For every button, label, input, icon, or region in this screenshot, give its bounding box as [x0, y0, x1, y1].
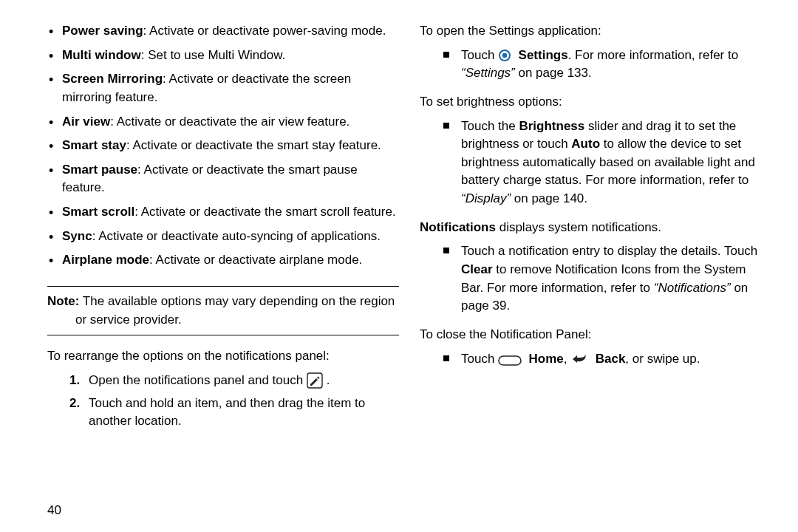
desc: : Activate or deactivate the air view fe… — [110, 115, 349, 129]
term: Multi window — [62, 48, 141, 62]
feature-item: Airplane mode: Activate or deactivate ai… — [47, 251, 399, 276]
text: . For more information, refer to — [568, 48, 739, 62]
feature-item: Multi window: Set to use Multi Window. — [47, 47, 399, 71]
feature-item: Power saving: Activate or deactivate pow… — [47, 22, 399, 47]
notifications-label: Notifications — [420, 220, 496, 234]
reference: “Settings” — [461, 66, 515, 80]
home-icon — [498, 355, 522, 366]
list-item: Touch Home, Back, or swipe up. — [448, 350, 771, 373]
open-settings-lead: To open the Settings application: — [420, 22, 771, 41]
desc: : Activate or deactivate power-saving mo… — [143, 24, 386, 38]
feature-item: Screen Mirroring: Activate or deactivate… — [47, 70, 399, 112]
text: Touch — [461, 48, 498, 62]
rearrange-lead: To rearrange the options on the notifica… — [47, 347, 399, 366]
step-text-a: Open the notifications panel and touch — [89, 373, 307, 387]
right-column: To open the Settings application: Touch … — [420, 22, 771, 435]
note-label: Note: — [47, 294, 79, 308]
list-item: Touch Settings. For more information, re… — [448, 47, 771, 87]
list-item: Touch a notification entry to display th… — [448, 242, 771, 320]
notifications-line: Notifications displays system notificati… — [420, 219, 771, 237]
home-label: Home — [529, 352, 564, 366]
clear-label: Clear — [461, 262, 493, 276]
sep: , — [564, 352, 570, 366]
svg-point-2 — [502, 52, 507, 57]
feature-item: Smart stay: Activate or deactivate the s… — [47, 137, 399, 161]
note-body: The available options may vary depending… — [75, 294, 395, 327]
feature-list: Power saving: Activate or deactivate pow… — [47, 22, 399, 276]
term: Screen Mirroring — [62, 72, 163, 86]
term: Power saving — [62, 24, 143, 38]
term: Smart scroll — [62, 205, 134, 219]
step-text-b: . — [327, 373, 330, 387]
text: on page 140. — [511, 191, 587, 205]
text: , or swipe up. — [625, 352, 700, 366]
note-block: Note: The available options may vary dep… — [47, 286, 399, 335]
term: Smart stay — [62, 138, 126, 152]
steps-list: 1. Open the notifications panel and touc… — [47, 372, 399, 435]
text: Touch the — [461, 119, 519, 133]
term: Smart pause — [62, 163, 137, 177]
close-panel-list: Touch Home, Back, or swipe up. — [420, 350, 771, 373]
brightness-list: Touch the Brightness slider and drag it … — [420, 117, 771, 213]
step-1: 1. Open the notifications panel and touc… — [69, 372, 399, 395]
feature-item: Smart pause: Activate or deactivate the … — [47, 161, 399, 203]
list-item: Touch the Brightness slider and drag it … — [448, 117, 771, 213]
reference: “Display” — [461, 191, 511, 205]
settings-icon — [498, 49, 511, 62]
brightness-lead: To set brightness options: — [420, 93, 771, 112]
term: Sync — [62, 229, 92, 243]
desc: : Activate or deactivate the smart scrol… — [134, 205, 395, 219]
feature-item: Smart scroll: Activate or deactivate the… — [47, 203, 399, 228]
text: on page 133. — [515, 66, 592, 80]
step-number: 1. — [69, 372, 80, 390]
auto-label: Auto — [571, 137, 600, 151]
desc: : Activate or deactivate airplane mode. — [149, 253, 362, 267]
notifications-list: Touch a notification entry to display th… — [420, 242, 771, 320]
text: Touch a notification entry to display th… — [461, 244, 757, 258]
desc: : Activate or deactivate auto-syncing of… — [92, 229, 381, 243]
term: Airplane mode — [62, 253, 149, 267]
reference: “Notifications” — [654, 281, 731, 295]
svg-rect-3 — [499, 356, 521, 365]
step-text: Touch and hold an item, and then drag th… — [89, 396, 365, 429]
step-2: 2. Touch and hold an item, and then drag… — [69, 395, 399, 435]
desc: : Activate or deactivate the smart stay … — [126, 138, 381, 152]
term: Air view — [62, 115, 110, 129]
text: displays system notifications. — [496, 220, 661, 234]
back-icon — [570, 352, 588, 366]
close-panel-lead: To close the Notification Panel: — [420, 326, 771, 344]
back-label: Back — [596, 352, 626, 366]
left-column: Power saving: Activate or deactivate pow… — [47, 22, 399, 435]
edit-icon — [307, 372, 323, 389]
feature-item: Sync: Activate or deactivate auto-syncin… — [47, 228, 399, 252]
settings-label: Settings — [519, 48, 568, 62]
brightness-label: Brightness — [519, 119, 584, 133]
desc: : Set to use Multi Window. — [141, 48, 286, 62]
feature-item: Air view: Activate or deactivate the air… — [47, 113, 399, 137]
open-settings-list: Touch Settings. For more information, re… — [420, 47, 771, 87]
step-number: 2. — [69, 395, 80, 413]
page-number: 40 — [47, 502, 61, 520]
text: Touch — [461, 352, 498, 366]
